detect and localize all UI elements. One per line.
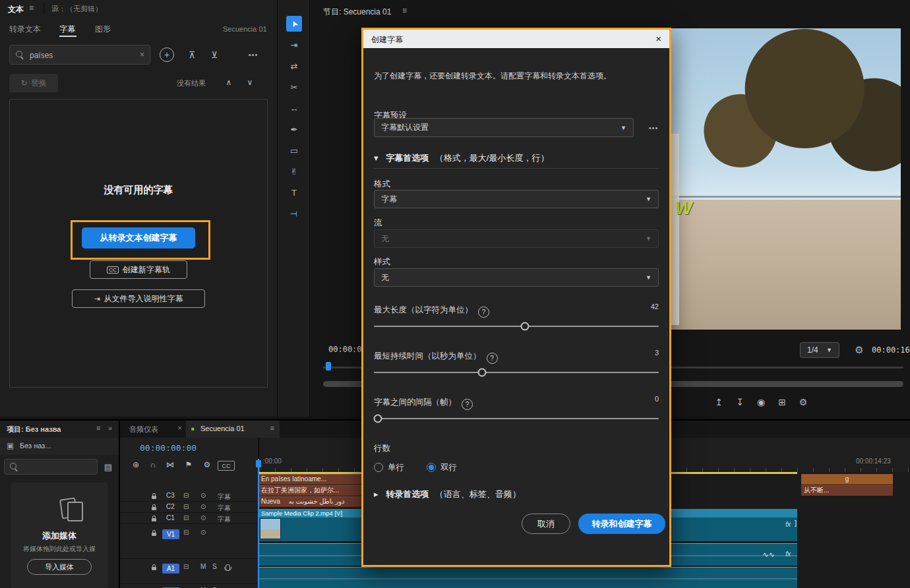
program-settings-icon[interactable]: ⚙ [852, 343, 866, 357]
caption-clip[interactable]: 从不断... [801, 485, 893, 496]
rectangle-tool[interactable]: ▭ [286, 142, 302, 158]
program-menu-icon[interactable]: ≡ [402, 6, 407, 15]
track-output-icon[interactable]: ⊟ [183, 514, 189, 521]
import-captions-from-file-button[interactable]: ⇥ 从文件导入说明性字幕 [72, 289, 205, 308]
min-duration-slider[interactable] [374, 372, 659, 373]
confirm-button[interactable]: 转录和创建字幕 [578, 514, 665, 534]
track-header-v1[interactable]: V1 ⊟ ⊙ [120, 526, 258, 559]
voiceover-record-icon[interactable] [226, 564, 230, 571]
lines-double-option[interactable]: 双行 [427, 462, 457, 473]
program-playhead[interactable] [326, 362, 331, 370]
lock-icon[interactable] [152, 496, 156, 499]
captions-menu-icon[interactable]: CC [218, 461, 235, 471]
gap-slider[interactable] [374, 418, 659, 419]
add-marker-icon[interactable]: ⚑ [182, 459, 195, 471]
lock-icon[interactable] [152, 567, 156, 570]
razor-tool[interactable]: ✂ [286, 79, 302, 95]
min-duration-slider-thumb[interactable] [478, 368, 487, 377]
timeline-playhead[interactable] [258, 459, 259, 588]
track-header-a1[interactable]: A1 ⊟ M S [120, 560, 258, 584]
gap-value[interactable]: 0 [655, 395, 659, 403]
cancel-button[interactable]: 取消 [522, 514, 570, 534]
import-media-button[interactable]: 导入媒体 [27, 559, 92, 575]
project-search-box[interactable] [4, 459, 98, 475]
eye-icon[interactable]: ⊙ [200, 503, 206, 510]
track-header-c3[interactable]: C3 ⊟ ⊙ 字幕 [120, 490, 258, 502]
selection-tool[interactable]: ➤ [286, 16, 302, 32]
source-monitor-tab[interactable]: 源：（无剪辑） [51, 4, 102, 14]
help-icon[interactable]: ? [478, 307, 489, 318]
snap-icon[interactable]: ∩ [146, 459, 160, 471]
transcription-prefs-header[interactable]: ▸ 转录首选项 （语言、标签、音频） [374, 488, 521, 500]
lines-single-option[interactable]: 单行 [374, 462, 404, 473]
tab-audio-meters[interactable]: 音频仪表 × [125, 421, 183, 438]
split-caption-icon[interactable]: ⊼ [185, 47, 199, 62]
tab-graphics[interactable]: 图形 [95, 24, 111, 35]
hand-tool[interactable]: ✌ [286, 163, 302, 179]
help-icon[interactable]: ? [487, 353, 498, 364]
text-panel-tab[interactable]: 文本 [8, 4, 24, 15]
radio-double-icon[interactable] [427, 463, 436, 472]
caption-clip[interactable]: g [801, 474, 893, 485]
gap-slider-thumb[interactable] [374, 415, 382, 423]
project-panel-title[interactable]: 项目: Без назва [7, 425, 61, 434]
mute-icon[interactable]: M [200, 563, 206, 570]
track-badge[interactable]: V1 [162, 529, 179, 539]
track-output-icon[interactable]: ⊟ [183, 563, 189, 570]
program-zoom-select[interactable]: 1/4 ▼ [800, 342, 839, 358]
project-bin-row[interactable]: ▣ Без наз... [0, 438, 119, 455]
dialog-title-bar[interactable]: 创建字幕 × [363, 30, 669, 48]
dialog-close-icon[interactable]: × [655, 33, 661, 44]
prev-result-icon[interactable]: ∧ [222, 75, 236, 90]
lock-icon[interactable] [152, 507, 156, 510]
eye-icon[interactable]: ⊙ [200, 492, 206, 499]
eye-icon[interactable]: ⊙ [200, 514, 206, 521]
replace-button[interactable]: ↻ 替换 [9, 74, 58, 92]
playhead-head[interactable] [256, 460, 261, 467]
create-captions-from-transcript-button[interactable]: 从转录文本创建字幕 [82, 227, 195, 249]
tab-transcript[interactable]: 转录文本 [9, 24, 41, 35]
add-caption-icon[interactable]: + [160, 47, 174, 62]
add-media-card[interactable]: 添加媒体 将媒体拖到此处或导入媒 导入媒体 [11, 483, 108, 588]
panel-collapse-icon[interactable]: » [108, 424, 112, 432]
preset-more-icon[interactable]: ••• [643, 121, 664, 135]
track-select-forward-tool[interactable]: ⇥ [286, 37, 302, 53]
project-menu-icon[interactable]: ≡ [96, 424, 100, 432]
max-length-value[interactable]: 42 [651, 303, 659, 310]
program-monitor-title[interactable]: 节目: Secuencia 01 [323, 7, 391, 18]
lock-icon[interactable] [152, 533, 156, 536]
tab-captions[interactable]: 字幕 [59, 24, 75, 35]
ripple-edit-tool[interactable]: ⇄ [286, 58, 302, 74]
style-dropdown[interactable]: 无 ▼ [374, 268, 659, 287]
close-tab-icon[interactable]: × [178, 424, 182, 432]
search-input[interactable] [28, 48, 130, 63]
timeline-settings-icon[interactable]: ⚙ [200, 459, 214, 471]
sequence-tab-menu-icon[interactable]: ≡ [270, 424, 274, 432]
audio-clip[interactable] [258, 567, 797, 588]
track-output-icon[interactable]: ⊟ [183, 529, 189, 536]
linked-selection-icon[interactable]: ⋈ [164, 459, 177, 471]
max-length-slider-thumb[interactable] [520, 322, 529, 331]
tab-sequence[interactable]: ■ Secuencia 01 ≡ [186, 421, 280, 438]
vertical-type-tool[interactable]: T [286, 206, 302, 221]
fx-badge[interactable]: fx [785, 550, 791, 558]
radio-single-icon[interactable] [374, 463, 383, 472]
solo-icon[interactable]: S [212, 563, 217, 570]
lock-icon[interactable] [152, 518, 156, 521]
comparison-view-icon[interactable]: ⊞ [774, 394, 790, 410]
caption-prefs-header[interactable]: ▾ 字幕首选项 （格式，最大/最小长度，行） [374, 152, 549, 164]
panel-menu-icon[interactable]: ≡ [29, 3, 34, 13]
slip-tool[interactable]: ↔ [286, 100, 302, 116]
clear-search-icon[interactable]: × [140, 50, 144, 59]
format-dropdown[interactable]: 字幕 ▼ [374, 190, 659, 208]
eye-icon[interactable]: ⊙ [200, 529, 206, 536]
next-result-icon[interactable]: ∨ [243, 75, 257, 90]
max-length-slider[interactable] [374, 326, 659, 327]
nest-toggle-icon[interactable]: ⊕ [129, 459, 142, 471]
extract-icon[interactable]: ↧ [732, 394, 748, 410]
merge-caption-icon[interactable]: ⊻ [207, 47, 222, 62]
create-new-caption-track-button[interactable]: CC 创建新字幕轨 [90, 260, 187, 279]
monitor-settings-icon[interactable]: ⚙ [795, 394, 811, 410]
track-output-icon[interactable]: ⊟ [183, 492, 189, 499]
track-output-icon[interactable]: ⊟ [183, 503, 189, 510]
